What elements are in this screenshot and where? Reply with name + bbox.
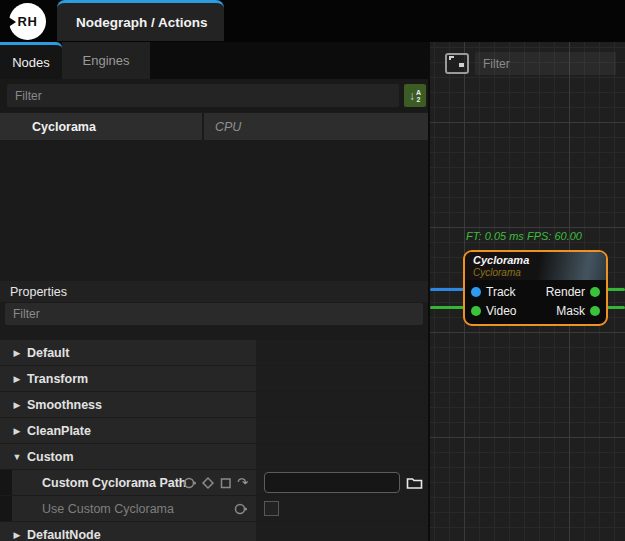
property-name-col: ▶CleanPlate	[0, 418, 256, 443]
port-row: TrackRender	[471, 282, 600, 301]
property-value-col	[256, 496, 428, 521]
group-label: Custom	[27, 450, 74, 464]
chevron-right-icon[interactable]: ▶	[7, 374, 27, 384]
sort-button[interactable]: ↓ A 2	[404, 84, 426, 107]
diamond-icon[interactable]	[201, 476, 215, 490]
input-port-track[interactable]: Track	[471, 285, 516, 299]
tree-indent	[0, 496, 12, 521]
property-value-col	[256, 522, 428, 541]
property-value-col	[256, 366, 428, 391]
custom-cyclorama-path-input[interactable]	[264, 472, 400, 493]
property-row-transform[interactable]: ▶Transform	[0, 366, 428, 391]
graph-node-cyclorama[interactable]: Cyclorama Cyclorama TrackRenderVideoMask	[463, 250, 608, 326]
property-value-col	[256, 392, 428, 417]
square-icon[interactable]	[219, 476, 233, 490]
property-row-default[interactable]: ▶Default	[0, 340, 428, 365]
output-port-mask[interactable]: Mask	[556, 304, 600, 318]
logo-text: RH	[18, 14, 38, 29]
port-label: Video	[486, 304, 516, 318]
property-value-col	[256, 470, 428, 495]
input-port-video[interactable]: Video	[471, 304, 516, 318]
property-row-custom[interactable]: ▼Custom	[0, 444, 428, 469]
main-tab-label: Nodegraph / Actions	[76, 15, 208, 30]
chevron-right-icon[interactable]: ▶	[7, 400, 27, 410]
node-name-cell: Cyclorama	[0, 113, 204, 140]
graph-node-title: Cyclorama	[473, 254, 598, 267]
graph-filter-input[interactable]	[475, 52, 616, 75]
node-engine-cell: CPU	[204, 113, 428, 140]
properties-tree: ▶Default▶Transform▶Smoothness▶CleanPlate…	[0, 340, 428, 541]
chevron-down-icon[interactable]: ▼	[7, 452, 27, 462]
chevron-right-icon[interactable]: ▶	[7, 426, 27, 436]
property-name-col: ▶DefaultNode	[0, 522, 256, 541]
wire-in-track[interactable]	[430, 288, 466, 291]
property-row-defaultnode[interactable]: ▶DefaultNode	[0, 522, 428, 541]
group-label: Default	[27, 346, 69, 360]
tab-engines[interactable]: Engines	[62, 42, 150, 79]
wire-in-video[interactable]	[430, 306, 466, 309]
tab-nodes[interactable]: Nodes	[0, 42, 62, 79]
chevron-right-icon[interactable]: ▶	[7, 530, 27, 540]
group-label: DefaultNode	[27, 528, 101, 541]
port-dot-icon[interactable]	[471, 306, 481, 316]
port-dot-icon[interactable]	[590, 306, 600, 316]
property-name-col: Custom Cyclorama Path↷	[0, 470, 256, 495]
frame-view-button[interactable]	[445, 53, 469, 74]
wire-out-render[interactable]	[607, 288, 625, 291]
app-logo[interactable]: RH	[9, 3, 46, 40]
circle-icon[interactable]	[183, 476, 197, 490]
output-port-render[interactable]: Render	[546, 285, 600, 299]
group-label: Smoothness	[27, 398, 102, 412]
wire-out-mask[interactable]	[607, 306, 625, 309]
group-label: Transform	[27, 372, 88, 386]
graph-node-header[interactable]: Cyclorama Cyclorama	[465, 252, 606, 280]
port-dot-icon[interactable]	[590, 287, 600, 297]
chevron-right-icon[interactable]: ▶	[7, 348, 27, 358]
port-label: Mask	[556, 304, 585, 318]
folder-icon	[406, 476, 423, 490]
tree-indent	[0, 470, 12, 495]
port-dot-icon[interactable]	[471, 287, 481, 297]
sort-alpha-icon: A 2	[416, 89, 421, 103]
property-row-use-custom-cyclorama[interactable]: Use Custom Cyclorama	[0, 496, 428, 521]
graph-node-subtitle: Cyclorama	[473, 267, 598, 278]
left-panel: NodesEngines ↓ A 2 Cyclorama CPU Propert…	[0, 42, 428, 541]
use-custom-cyclorama-checkbox[interactable]	[264, 501, 279, 516]
nodes-filter-row: ↓ A 2	[0, 79, 428, 112]
port-label: Track	[486, 285, 516, 299]
property-name-col: ▼Custom	[0, 444, 256, 469]
port-label: Render	[546, 285, 585, 299]
property-name-col: ▶Transform	[0, 366, 256, 391]
property-row-custom-cyclorama-path[interactable]: Custom Cyclorama Path↷	[0, 470, 428, 495]
logo-notch-icon	[7, 16, 16, 28]
property-label: Use Custom Cyclorama	[42, 502, 174, 516]
left-tab-strip: NodesEngines	[0, 42, 428, 79]
property-row-cleanplate[interactable]: ▶CleanPlate	[0, 418, 428, 443]
property-value-col	[256, 444, 428, 469]
tab-nodegraph-actions[interactable]: Nodegraph / Actions	[57, 0, 224, 41]
nodegraph-canvas[interactable]: FT: 0.05 ms FPS: 60.00 Cyclorama Cyclora…	[430, 42, 625, 541]
properties-title: Properties	[10, 285, 67, 299]
top-bar: RH Nodegraph / Actions	[0, 0, 625, 42]
property-name-col: ▶Smoothness	[0, 392, 256, 417]
frame-view-icon	[448, 55, 466, 69]
app-window: RH Nodegraph / Actions NodesEngines ↓ A …	[0, 0, 625, 541]
nodes-filter-input[interactable]	[7, 84, 399, 107]
property-name-col: Use Custom Cyclorama	[0, 496, 256, 521]
property-icons	[234, 502, 248, 516]
circle-icon[interactable]	[234, 502, 248, 516]
property-label: Custom Cyclorama Path	[42, 476, 186, 490]
sort-arrow-icon: ↓	[409, 90, 415, 102]
property-row-smoothness[interactable]: ▶Smoothness	[0, 392, 428, 417]
redo-arrow-icon[interactable]: ↷	[237, 476, 248, 489]
properties-filter-input[interactable]	[5, 303, 423, 325]
graph-node-body: TrackRenderVideoMask	[465, 280, 606, 320]
node-table-row[interactable]: Cyclorama CPU	[0, 113, 428, 140]
group-label: CleanPlate	[27, 424, 91, 438]
port-row: VideoMask	[471, 301, 600, 320]
browse-folder-button[interactable]	[406, 476, 423, 490]
property-value-col	[256, 418, 428, 443]
property-value-col	[256, 340, 428, 365]
property-name-col: ▶Default	[0, 340, 256, 365]
node-performance-text: FT: 0.05 ms FPS: 60.00	[466, 230, 582, 242]
